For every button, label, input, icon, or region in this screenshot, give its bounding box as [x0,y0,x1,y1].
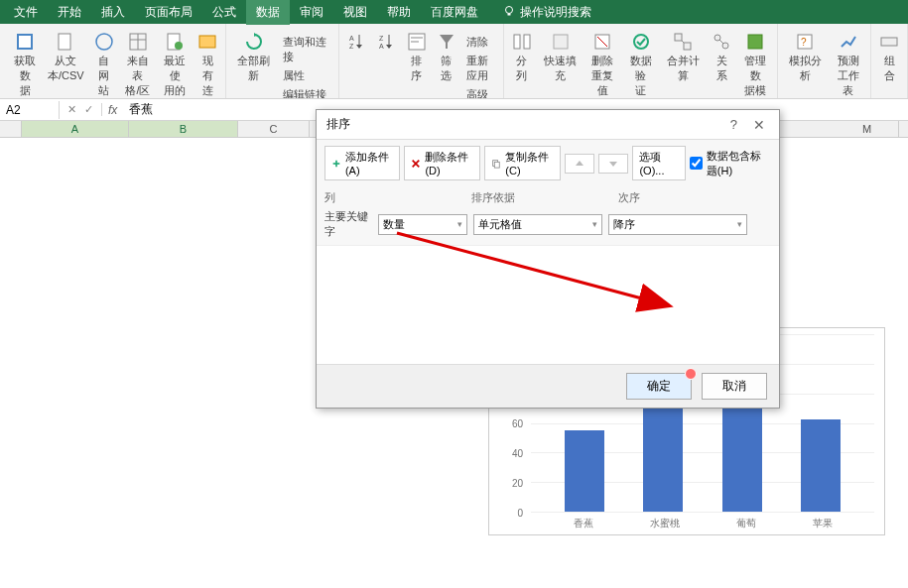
dialog-body [317,245,779,364]
name-box[interactable]: A2 [0,101,60,119]
btn-text-to-columns[interactable]: 分列 [508,30,536,85]
btn-relationships[interactable]: 关系 [708,30,735,85]
svg-rect-31 [675,34,682,41]
btn-data-model[interactable]: 管理数 据模型 [737,30,773,99]
enter-icon[interactable]: ✓ [84,103,93,116]
svg-rect-1 [508,14,511,16]
btn-sort-az[interactable]: AZ [343,30,371,54]
dialog-toolbar: 添加条件(A) 删除条件(D) 复制条件(C) 选项(O)... 数据包含标题(… [317,139,779,186]
help-icon[interactable]: ? [730,117,737,132]
btn-existing-conn[interactable]: 现有 连接 [194,30,221,99]
bar-香蕉[interactable] [565,430,604,513]
col-header-C[interactable]: C [238,121,310,138]
ribbon-group-queries: 全部刷新 查询和连接 属性 编辑链接 查询和连接 [226,24,339,98]
menu-view[interactable]: 视图 [333,0,377,25]
sub-edit-links[interactable]: 编辑链接 [279,86,334,99]
menu-baidu[interactable]: 百度网盘 [421,0,488,25]
primary-key-label: 主要关键字 [324,209,372,239]
svg-marker-20 [386,45,392,49]
svg-text:?: ? [801,37,807,48]
menu-data[interactable]: 数据 [246,0,290,25]
move-down-button[interactable] [598,154,628,174]
btn-from-web[interactable]: 自 网站 [90,30,118,99]
bar-苹果[interactable] [801,419,841,512]
sub-advanced[interactable]: 高级 [462,86,499,99]
svg-text:Z: Z [349,43,354,50]
sort-on-select[interactable]: 单元格值▾ [473,214,602,235]
cancel-button[interactable]: 取消 [702,373,767,400]
svg-point-5 [96,34,112,50]
menu-file[interactable]: 文件 [4,0,48,25]
fx-icon[interactable]: fx [102,103,123,117]
btn-data-validation[interactable]: 数据验 证 [622,30,658,99]
svg-rect-37 [748,35,762,49]
btn-consolidate[interactable]: 合并计算 [661,30,706,85]
svg-text:A: A [349,35,354,42]
btn-recent-sources[interactable]: 最近使 用的源 [158,30,192,99]
add-level-button[interactable]: 添加条件(A) [324,146,400,180]
btn-from-csv[interactable]: 从文 本/CSV [44,30,88,85]
svg-marker-47 [576,161,584,166]
close-icon[interactable]: ✕ [749,117,769,133]
col-header-A[interactable]: A [22,121,129,138]
ribbon-group-get-transform: 获取数 据 从文 本/CSV 自 网站 来自表 格/区域 最近使 用的源 现有 … [4,24,226,98]
svg-rect-40 [881,38,897,46]
svg-rect-3 [19,36,31,48]
dialog-titlebar: 排序 ? ✕ [317,110,779,139]
cancel-icon[interactable]: ✕ [67,103,76,116]
btn-sort-za[interactable]: ZA [373,30,401,54]
col-header-N[interactable]: N [899,121,908,138]
ribbon-group-sort-filter: AZ ZA 排序 筛选 清除 重新应用 高级 排序和筛选 [339,24,504,98]
sub-clear[interactable]: 清除 [462,34,499,51]
plus-icon [331,158,341,170]
ribbon-group-forecast: ?模拟分析 预测 工作表 预测 [778,24,871,98]
svg-point-30 [634,35,648,49]
sort-level-row: 主要关键字 数量▾ 单元格值▾ 降序▾ [317,207,779,245]
sub-reapply[interactable]: 重新应用 [462,53,499,84]
btn-refresh-all[interactable]: 全部刷新 [230,30,277,85]
svg-point-0 [506,7,513,14]
sub-properties[interactable]: 属性 [279,67,334,84]
copy-icon [491,158,501,170]
svg-rect-46 [495,162,500,168]
btn-get-data[interactable]: 获取数 据 [8,30,42,99]
btn-filter[interactable]: 筛选 [433,30,460,85]
btn-sort[interactable]: 排序 [403,30,431,85]
up-arrow-icon [574,158,585,170]
ribbon-group-data-tools: 分列 快速填充 删除 重复值 数据验 证 合并计算 关系 管理数 据模型 数据工… [504,24,778,98]
menu-review[interactable]: 审阅 [290,0,333,25]
btn-flash-fill[interactable]: 快速填充 [538,30,583,85]
header-checkbox[interactable]: 数据包含标题(H) [690,149,771,178]
sort-by-select[interactable]: 数量▾ [378,214,467,235]
btn-remove-dup[interactable]: 删除 重复值 [584,30,620,99]
cursor-indicator-icon [685,368,697,380]
menu-bar: 文件 开始 插入 页面布局 公式 数据 审阅 视图 帮助 百度网盘 操作说明搜索 [0,0,908,24]
menu-insert[interactable]: 插入 [91,0,135,25]
menu-home[interactable]: 开始 [48,0,91,25]
menu-help[interactable]: 帮助 [377,0,421,25]
svg-rect-11 [199,36,215,48]
col-header-B[interactable]: B [129,121,238,138]
menu-formulas[interactable]: 公式 [202,0,246,25]
btn-forecast-sheet[interactable]: 预测 工作表 [830,30,866,99]
copy-level-button[interactable]: 复制条件(C) [484,146,561,180]
btn-from-table[interactable]: 来自表 格/区域 [120,30,156,99]
svg-rect-26 [524,35,530,49]
svg-text:Z: Z [379,35,384,42]
move-up-button[interactable] [565,154,594,174]
ok-button[interactable]: 确定 [626,373,692,400]
col-header-M[interactable]: M [836,121,899,138]
delete-level-button[interactable]: 删除条件(D) [404,146,480,180]
btn-whatif[interactable]: ?模拟分析 [782,30,828,85]
btn-group[interactable]: 组合 [875,30,903,85]
menu-layout[interactable]: 页面布局 [135,0,202,25]
svg-text:A: A [379,43,384,50]
order-select[interactable]: 降序▾ [608,214,747,235]
svg-rect-27 [554,35,568,49]
dialog-title-text: 排序 [326,116,350,133]
svg-marker-16 [356,45,362,49]
tell-me[interactable]: 操作说明搜索 [496,0,597,25]
header-checkbox-input[interactable] [690,157,703,170]
options-button[interactable]: 选项(O)... [632,146,685,180]
sub-queries-conn[interactable]: 查询和连接 [279,34,334,65]
